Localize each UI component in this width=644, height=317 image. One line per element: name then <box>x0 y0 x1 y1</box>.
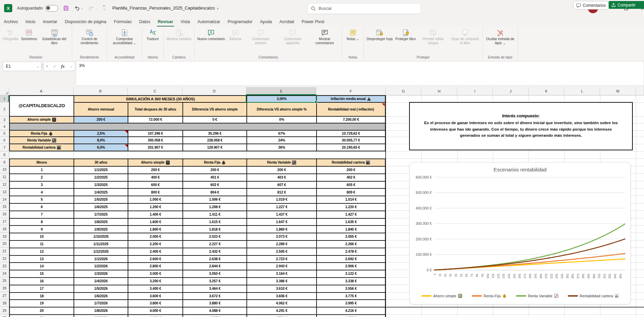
monthly-cell[interactable]: 1/12/2025 <box>74 248 128 255</box>
search-input[interactable]: Buscar <box>307 3 421 14</box>
monthly-cell[interactable]: 3.672 € <box>183 293 246 300</box>
monthly-cell[interactable]: 3.464 € <box>183 285 246 292</box>
monthly-cell[interactable]: 1/8/2025 <box>74 219 128 226</box>
monthly-cell[interactable]: 402 € <box>317 174 385 181</box>
scenario-value-cell[interactable]: 6,0% <box>74 144 128 151</box>
brand-cell[interactable]: @CAPITALDESCALZO <box>10 96 74 116</box>
monthly-cell[interactable]: 1/3/2026 <box>74 270 128 277</box>
scenario-value-cell[interactable]: 8,0% <box>74 137 128 144</box>
monthly-cell[interactable]: 812 € <box>247 189 316 196</box>
new-comment-button[interactable]: Nuevo comentario <box>196 28 226 41</box>
monthly-col-header[interactable]: Renta Variable <box>247 159 316 166</box>
monthly-cell[interactable]: 4.000 € <box>128 307 182 314</box>
monthly-cell[interactable]: 20 <box>10 307 74 314</box>
monthly-col-header[interactable]: Ahorro simple <box>128 159 182 166</box>
legend-item[interactable]: Renta Fija$ <box>472 294 506 298</box>
monthly-cell[interactable]: 3.880 € <box>183 300 246 307</box>
row-header-26[interactable]: 26 <box>0 285 9 292</box>
monthly-cell[interactable]: 1.400 € <box>128 211 182 218</box>
monthly-cell[interactable]: 1.635 € <box>317 219 385 226</box>
inflation-label-cell[interactable]: Inflación media anual <box>317 96 385 102</box>
scenario-value-cell[interactable]: 67% <box>247 131 316 136</box>
formula-input[interactable]: 3% <box>76 61 644 86</box>
row-header-10[interactable]: 10 <box>0 166 9 173</box>
scenario-value-cell[interactable]: 7.200,00 € <box>317 117 385 123</box>
monthly-cell[interactable]: 3.610 € <box>247 285 316 292</box>
summary-col-header[interactable]: Rentabilidad real (-inflación) <box>317 103 385 116</box>
monthly-cell[interactable]: 1/5/2026 <box>74 285 128 292</box>
column-header-partial[interactable] <box>636 87 644 95</box>
monthly-cell[interactable]: 1.006 € <box>183 196 246 203</box>
scenario-value-cell[interactable]: 300.058 € <box>128 137 182 144</box>
hide-ink-button[interactable]: Ocultar entrada de lápiz ⌄ <box>484 28 516 45</box>
monthly-cell[interactable]: 3.400 € <box>128 285 182 292</box>
summary-col-header[interactable]: Diferencia VS ahorro simple % <box>247 103 316 116</box>
row-header-9[interactable]: 9 <box>0 158 9 166</box>
monthly-cell[interactable]: 1/11/2025 <box>74 241 128 248</box>
tab-power-pivot[interactable]: Power Pivot <box>298 19 328 27</box>
monthly-cell[interactable]: 15 <box>10 270 74 277</box>
row-header-19[interactable]: 19 <box>0 233 9 240</box>
monthly-cell[interactable]: 1.860 € <box>247 226 316 233</box>
monthly-cell[interactable]: 1.220 € <box>317 204 385 211</box>
monthly-cell[interactable]: 1/8/2026 <box>74 307 128 314</box>
monthly-cell[interactable]: 605 € <box>317 182 385 188</box>
monthly-cell[interactable]: 4.088 € <box>183 307 246 314</box>
scenario-value-cell[interactable]: 35.296 € <box>183 131 246 136</box>
info-textbox[interactable]: Interés compuesto: Es el proceso de gana… <box>409 102 633 150</box>
monthly-cell[interactable]: 4.521 € <box>247 315 316 317</box>
monthly-cell[interactable]: 12 <box>10 248 74 255</box>
row-header-14[interactable]: 14 <box>0 196 9 203</box>
monthly-cell[interactable]: 200 € <box>183 167 246 173</box>
scenario-label-cell[interactable]: Ahorro simple <box>10 117 74 123</box>
protect-book-button[interactable]: Proteger libro <box>394 28 417 41</box>
monthly-cell[interactable]: 1/10/2025 <box>74 233 128 240</box>
row-header-5[interactable]: 5 <box>0 130 9 137</box>
monthly-cell[interactable]: 2.023 € <box>183 233 246 240</box>
monthly-cell[interactable]: 3.164 € <box>247 270 316 277</box>
monthly-cell[interactable]: 1.845 € <box>317 226 385 233</box>
tab-vista[interactable]: Vista <box>177 19 194 27</box>
autosave-toggle[interactable] <box>45 5 58 12</box>
monthly-cell[interactable]: 1 <box>10 167 74 173</box>
monthly-cell[interactable]: 2.505 € <box>247 248 316 255</box>
monthly-cell[interactable]: 1/9/2026 <box>74 315 128 317</box>
column-header-L[interactable]: L <box>564 87 600 95</box>
row-header-8[interactable]: 8 <box>0 151 9 158</box>
name-box[interactable]: E1⌄ <box>3 62 42 71</box>
inflation-value-cell[interactable]: 3,00% <box>247 96 316 102</box>
row-header-6[interactable]: 6 <box>0 137 9 144</box>
document-title[interactable]: Plantilla_Finanzas_Personales_2025_Capit… <box>112 6 219 11</box>
monthly-cell[interactable]: 1/3/2025 <box>74 182 128 188</box>
monthly-cell[interactable]: 19 <box>10 300 74 307</box>
monthly-cell[interactable]: 21 <box>10 315 74 317</box>
monthly-cell[interactable]: 2.227 € <box>183 241 246 248</box>
simulation-title-cell[interactable]: SIMULACIÓN A 360 MESES (30 AÑOS) <box>74 96 246 102</box>
scenario-label-cell[interactable]: Renta Fija$ <box>10 131 74 136</box>
column-header-M[interactable]: M <box>600 87 636 95</box>
monthly-cell[interactable]: 1/4/2025 <box>74 189 128 196</box>
legend-item[interactable]: Rentabilidad cartera <box>568 294 619 298</box>
monthly-cell[interactable]: 1/1/2026 <box>74 256 128 263</box>
monthly-cell[interactable]: 1/7/2025 <box>74 211 128 218</box>
monthly-cell[interactable]: 3.836 € <box>247 293 316 300</box>
column-header-G[interactable]: G <box>386 87 421 95</box>
column-header-K[interactable]: K <box>529 87 564 95</box>
monthly-cell[interactable]: 2.000 € <box>128 233 182 240</box>
row-header-13[interactable]: 13 <box>0 188 9 196</box>
scenario-value-cell[interactable]: 72.000 € <box>128 117 182 123</box>
monthly-cell[interactable]: 1/5/2025 <box>74 196 128 203</box>
scenario-value-cell[interactable]: 201.907 € <box>128 144 182 151</box>
show-comments-button[interactable]: Mostrar comentarios <box>309 28 341 45</box>
monthly-cell[interactable]: 16 <box>10 278 74 285</box>
monthly-cell[interactable]: 4.216 € <box>317 307 385 314</box>
monthly-cell[interactable]: 2 <box>10 174 74 181</box>
chevron-down-icon[interactable]: ⌄ <box>70 65 73 68</box>
monthly-cell[interactable]: 3.000 € <box>128 270 182 277</box>
cancel-icon[interactable]: × <box>46 64 48 69</box>
summary-col-header[interactable]: Ahorro mensual <box>74 103 128 116</box>
row-header-17[interactable]: 17 <box>0 218 9 226</box>
monthly-cell[interactable]: 2.432 € <box>183 248 246 255</box>
scenario-value-cell[interactable]: 107.296 € <box>128 131 182 136</box>
monthly-cell[interactable]: 2.200 € <box>128 241 182 248</box>
